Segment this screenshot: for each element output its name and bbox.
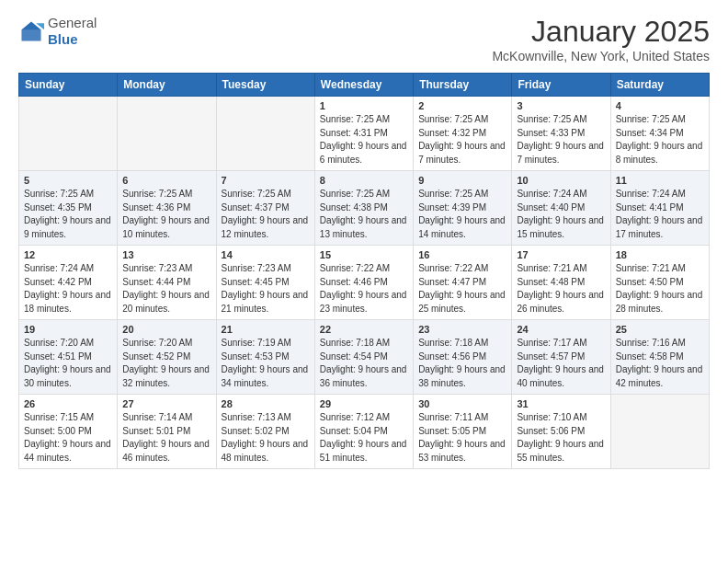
day-info: Sunrise: 7:12 AM Sunset: 5:04 PM Dayligh… xyxy=(320,411,408,465)
day-number: 14 xyxy=(222,249,310,260)
day-cell: 31Sunrise: 7:10 AM Sunset: 5:06 PM Dayli… xyxy=(512,395,610,469)
day-number: 4 xyxy=(616,100,704,111)
day-cell: 6Sunrise: 7:25 AM Sunset: 4:36 PM Daylig… xyxy=(118,171,216,246)
day-cell: 3Sunrise: 7:25 AM Sunset: 4:33 PM Daylig… xyxy=(512,97,610,171)
day-cell xyxy=(19,97,118,171)
day-info: Sunrise: 7:24 AM Sunset: 4:42 PM Dayligh… xyxy=(24,262,112,316)
day-header-wednesday: Wednesday xyxy=(314,74,413,97)
day-info: Sunrise: 7:25 AM Sunset: 4:37 PM Dayligh… xyxy=(222,188,310,241)
day-header-tuesday: Tuesday xyxy=(216,74,314,97)
day-number: 5 xyxy=(24,175,112,186)
day-info: Sunrise: 7:10 AM Sunset: 5:06 PM Dayligh… xyxy=(517,411,605,465)
day-info: Sunrise: 7:24 AM Sunset: 4:40 PM Dayligh… xyxy=(517,188,605,241)
day-number: 18 xyxy=(616,249,704,260)
day-info: Sunrise: 7:25 AM Sunset: 4:39 PM Dayligh… xyxy=(418,188,506,241)
day-number: 16 xyxy=(418,249,506,260)
week-row-3: 19Sunrise: 7:20 AM Sunset: 4:51 PM Dayli… xyxy=(19,320,710,395)
day-number: 21 xyxy=(222,324,310,335)
day-info: Sunrise: 7:17 AM Sunset: 4:57 PM Dayligh… xyxy=(517,337,605,390)
day-number: 9 xyxy=(418,175,506,186)
calendar: SundayMondayTuesdayWednesdayThursdayFrid… xyxy=(18,73,710,469)
day-cell: 4Sunrise: 7:25 AM Sunset: 4:34 PM Daylig… xyxy=(610,97,709,171)
day-cell: 12Sunrise: 7:24 AM Sunset: 4:42 PM Dayli… xyxy=(19,246,118,320)
day-cell xyxy=(216,97,314,171)
day-number: 27 xyxy=(122,398,210,409)
day-info: Sunrise: 7:18 AM Sunset: 4:56 PM Dayligh… xyxy=(418,337,506,390)
day-cell: 2Sunrise: 7:25 AM Sunset: 4:32 PM Daylig… xyxy=(414,97,512,171)
day-number: 24 xyxy=(517,324,605,335)
day-number: 11 xyxy=(616,175,704,186)
logo: General Blue xyxy=(18,15,97,48)
day-info: Sunrise: 7:11 AM Sunset: 5:05 PM Dayligh… xyxy=(418,411,506,465)
day-number: 7 xyxy=(222,175,310,186)
day-info: Sunrise: 7:14 AM Sunset: 5:01 PM Dayligh… xyxy=(122,411,210,465)
day-cell: 20Sunrise: 7:20 AM Sunset: 4:52 PM Dayli… xyxy=(118,320,216,395)
day-header-saturday: Saturday xyxy=(610,74,709,97)
day-number: 15 xyxy=(320,249,408,260)
day-number: 29 xyxy=(320,398,408,409)
day-number: 8 xyxy=(320,175,408,186)
day-cell: 1Sunrise: 7:25 AM Sunset: 4:31 PM Daylig… xyxy=(314,97,413,171)
day-number: 19 xyxy=(24,324,112,335)
day-cell: 27Sunrise: 7:14 AM Sunset: 5:01 PM Dayli… xyxy=(118,395,216,469)
day-cell: 25Sunrise: 7:16 AM Sunset: 4:58 PM Dayli… xyxy=(610,320,709,395)
day-info: Sunrise: 7:25 AM Sunset: 4:33 PM Dayligh… xyxy=(517,113,605,167)
day-info: Sunrise: 7:15 AM Sunset: 5:00 PM Dayligh… xyxy=(24,411,112,465)
day-cell: 18Sunrise: 7:21 AM Sunset: 4:50 PM Dayli… xyxy=(610,246,709,320)
day-cell: 10Sunrise: 7:24 AM Sunset: 4:40 PM Dayli… xyxy=(512,171,610,246)
location: McKownville, New York, United States xyxy=(492,49,710,63)
day-number: 26 xyxy=(24,398,112,409)
day-cell xyxy=(610,395,709,469)
day-cell: 19Sunrise: 7:20 AM Sunset: 4:51 PM Dayli… xyxy=(19,320,118,395)
day-cell: 22Sunrise: 7:18 AM Sunset: 4:54 PM Dayli… xyxy=(314,320,413,395)
day-info: Sunrise: 7:20 AM Sunset: 4:52 PM Dayligh… xyxy=(122,337,210,390)
logo-text: General Blue xyxy=(48,15,97,48)
day-number: 10 xyxy=(517,175,605,186)
day-info: Sunrise: 7:25 AM Sunset: 4:34 PM Dayligh… xyxy=(616,113,704,167)
day-cell: 28Sunrise: 7:13 AM Sunset: 5:02 PM Dayli… xyxy=(216,395,314,469)
title-block: January 2025 McKownville, New York, Unit… xyxy=(492,15,710,63)
day-info: Sunrise: 7:20 AM Sunset: 4:51 PM Dayligh… xyxy=(24,337,112,390)
day-number: 6 xyxy=(122,175,210,186)
page: General Blue January 2025 McKownville, N… xyxy=(0,0,728,478)
header: General Blue January 2025 McKownville, N… xyxy=(18,15,710,63)
day-info: Sunrise: 7:21 AM Sunset: 4:50 PM Dayligh… xyxy=(616,262,704,316)
header-row: SundayMondayTuesdayWednesdayThursdayFrid… xyxy=(19,74,710,97)
day-info: Sunrise: 7:25 AM Sunset: 4:36 PM Dayligh… xyxy=(122,188,210,241)
day-info: Sunrise: 7:23 AM Sunset: 4:44 PM Dayligh… xyxy=(122,262,210,316)
day-cell: 30Sunrise: 7:11 AM Sunset: 5:05 PM Dayli… xyxy=(414,395,512,469)
day-number: 25 xyxy=(616,324,704,335)
week-row-2: 12Sunrise: 7:24 AM Sunset: 4:42 PM Dayli… xyxy=(19,246,710,320)
day-number: 22 xyxy=(320,324,408,335)
day-number: 30 xyxy=(418,398,506,409)
svg-rect-2 xyxy=(22,29,41,40)
logo-icon xyxy=(18,18,44,44)
day-cell: 17Sunrise: 7:21 AM Sunset: 4:48 PM Dayli… xyxy=(512,246,610,320)
day-cell xyxy=(118,97,216,171)
day-number: 28 xyxy=(222,398,310,409)
day-cell: 24Sunrise: 7:17 AM Sunset: 4:57 PM Dayli… xyxy=(512,320,610,395)
day-info: Sunrise: 7:25 AM Sunset: 4:35 PM Dayligh… xyxy=(24,188,112,241)
day-number: 13 xyxy=(122,249,210,260)
day-number: 20 xyxy=(122,324,210,335)
logo-blue: Blue xyxy=(48,31,78,47)
day-info: Sunrise: 7:22 AM Sunset: 4:47 PM Dayligh… xyxy=(418,262,506,316)
week-row-1: 5Sunrise: 7:25 AM Sunset: 4:35 PM Daylig… xyxy=(19,171,710,246)
logo-general: General xyxy=(48,15,97,30)
day-header-friday: Friday xyxy=(512,74,610,97)
day-cell: 21Sunrise: 7:19 AM Sunset: 4:53 PM Dayli… xyxy=(216,320,314,395)
day-info: Sunrise: 7:22 AM Sunset: 4:46 PM Dayligh… xyxy=(320,262,408,316)
day-number: 17 xyxy=(517,249,605,260)
day-info: Sunrise: 7:25 AM Sunset: 4:32 PM Dayligh… xyxy=(418,113,506,167)
day-cell: 29Sunrise: 7:12 AM Sunset: 5:04 PM Dayli… xyxy=(314,395,413,469)
day-header-sunday: Sunday xyxy=(19,74,118,97)
day-cell: 14Sunrise: 7:23 AM Sunset: 4:45 PM Dayli… xyxy=(216,246,314,320)
day-number: 23 xyxy=(418,324,506,335)
day-info: Sunrise: 7:19 AM Sunset: 4:53 PM Dayligh… xyxy=(222,337,310,390)
week-row-0: 1Sunrise: 7:25 AM Sunset: 4:31 PM Daylig… xyxy=(19,97,710,171)
day-header-thursday: Thursday xyxy=(414,74,512,97)
day-cell: 15Sunrise: 7:22 AM Sunset: 4:46 PM Dayli… xyxy=(314,246,413,320)
day-number: 31 xyxy=(517,398,605,409)
day-number: 2 xyxy=(418,100,506,111)
day-cell: 11Sunrise: 7:24 AM Sunset: 4:41 PM Dayli… xyxy=(610,171,709,246)
